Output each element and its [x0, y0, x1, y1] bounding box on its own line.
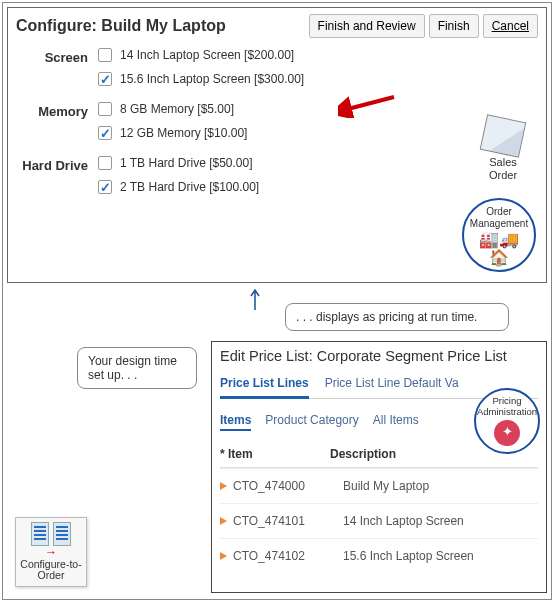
sales-order-icon: Sales Order: [478, 118, 528, 181]
sales-order-label: Sales Order: [489, 156, 517, 181]
checkbox-checked-icon[interactable]: [98, 126, 112, 140]
option-label: 14 Inch Laptop Screen [$200.00]: [120, 48, 294, 62]
diagram-outer: Configure: Build My Laptop Finish and Re…: [2, 2, 552, 600]
option-label: 12 GB Memory [$10.00]: [120, 126, 247, 140]
price-list-table: * Item Description CTO_474000 Build My L…: [220, 441, 538, 573]
tab-price-list-defaults[interactable]: Price List Line Default Va: [325, 372, 459, 398]
cell-item: CTO_474101: [233, 514, 343, 528]
cell-description: Build My Laptop: [343, 479, 538, 493]
pricing-icon: ✦: [494, 420, 520, 446]
subtab-items[interactable]: Items: [220, 411, 251, 431]
order-management-badge: Order Management 🏭🚚🏠: [462, 198, 536, 272]
configure-to-order-icon: → Configure-to-Order: [15, 517, 87, 587]
callout-text: . . . displays as pricing at run time.: [296, 310, 477, 324]
option-label: 8 GB Memory [$5.00]: [120, 102, 234, 116]
order-management-label: Order Management: [464, 206, 534, 229]
tab-price-list-lines[interactable]: Price List Lines: [220, 372, 309, 399]
checkbox-icon[interactable]: [98, 102, 112, 116]
connector-arrow-icon: [249, 286, 261, 310]
header-buttons: Finish and Review Finish Cancel: [309, 14, 538, 38]
option-label: 2 TB Hard Drive [$100.00]: [120, 180, 259, 194]
cell-description: 15.6 Inch Laptop Screen: [343, 549, 538, 563]
option-group-label: Hard Drive: [8, 156, 98, 173]
checkbox-icon[interactable]: [98, 156, 112, 170]
cto-label: Configure-to-Order: [18, 559, 84, 582]
option-choice: 8 GB Memory [$5.00]: [98, 102, 546, 116]
configure-panel: Configure: Build My Laptop Finish and Re…: [7, 7, 547, 283]
sheet-icon: [53, 522, 71, 546]
sheet-icon: [31, 522, 49, 546]
option-label: 15.6 Inch Laptop Screen [$300.00]: [120, 72, 304, 86]
option-group-harddrive: Hard Drive 1 TB Hard Drive [$50.00] 2 TB…: [8, 156, 546, 204]
subtab-product-category[interactable]: Product Category: [265, 411, 358, 431]
table-row[interactable]: CTO_474000 Build My Laptop: [220, 468, 538, 503]
option-choice: 2 TB Hard Drive [$100.00]: [98, 180, 546, 194]
configure-header: Configure: Build My Laptop Finish and Re…: [8, 8, 546, 42]
cell-item: CTO_474000: [233, 479, 343, 493]
callout-design-time: Your design time set up. . .: [77, 347, 197, 389]
price-list-title: Edit Price List: Corporate Segment Price…: [220, 348, 538, 364]
callout-runtime: . . . displays as pricing at run time.: [285, 303, 509, 331]
callout-text: Your design time set up. . .: [88, 354, 177, 382]
col-header-item: * Item: [220, 447, 330, 461]
cell-item: CTO_474102: [233, 549, 343, 563]
pricing-administration-label: Pricing Administration: [476, 396, 538, 418]
row-indicator-icon: [220, 552, 227, 560]
checkbox-checked-icon[interactable]: [98, 72, 112, 86]
factory-truck-icon: 🏭🚚🏠: [464, 231, 534, 268]
sheets-icon: [18, 522, 84, 546]
option-group-memory: Memory 8 GB Memory [$5.00] 12 GB Memory …: [8, 102, 546, 150]
document-icon: [480, 114, 527, 158]
option-group-label: Memory: [8, 102, 98, 119]
option-group-screen: Screen 14 Inch Laptop Screen [$200.00] 1…: [8, 48, 546, 96]
arrow-right-icon: →: [18, 546, 84, 559]
option-choice: 15.6 Inch Laptop Screen [$300.00]: [98, 72, 546, 86]
cell-description: 14 Inch Laptop Screen: [343, 514, 538, 528]
option-label: 1 TB Hard Drive [$50.00]: [120, 156, 253, 170]
table-row[interactable]: CTO_474102 15.6 Inch Laptop Screen: [220, 538, 538, 573]
table-row[interactable]: CTO_474101 14 Inch Laptop Screen: [220, 503, 538, 538]
checkbox-icon[interactable]: [98, 48, 112, 62]
option-group-label: Screen: [8, 48, 98, 65]
cancel-button[interactable]: Cancel: [483, 14, 538, 38]
finish-and-review-button[interactable]: Finish and Review: [309, 14, 425, 38]
option-choice: 14 Inch Laptop Screen [$200.00]: [98, 48, 546, 62]
checkbox-checked-icon[interactable]: [98, 180, 112, 194]
finish-button[interactable]: Finish: [429, 14, 479, 38]
row-indicator-icon: [220, 482, 227, 490]
subtab-all-items[interactable]: All Items: [373, 411, 419, 431]
price-list-panel: Edit Price List: Corporate Segment Price…: [211, 341, 547, 593]
page-title: Configure: Build My Laptop: [16, 17, 226, 35]
row-indicator-icon: [220, 517, 227, 525]
pricing-administration-badge: Pricing Administration ✦: [474, 388, 540, 454]
